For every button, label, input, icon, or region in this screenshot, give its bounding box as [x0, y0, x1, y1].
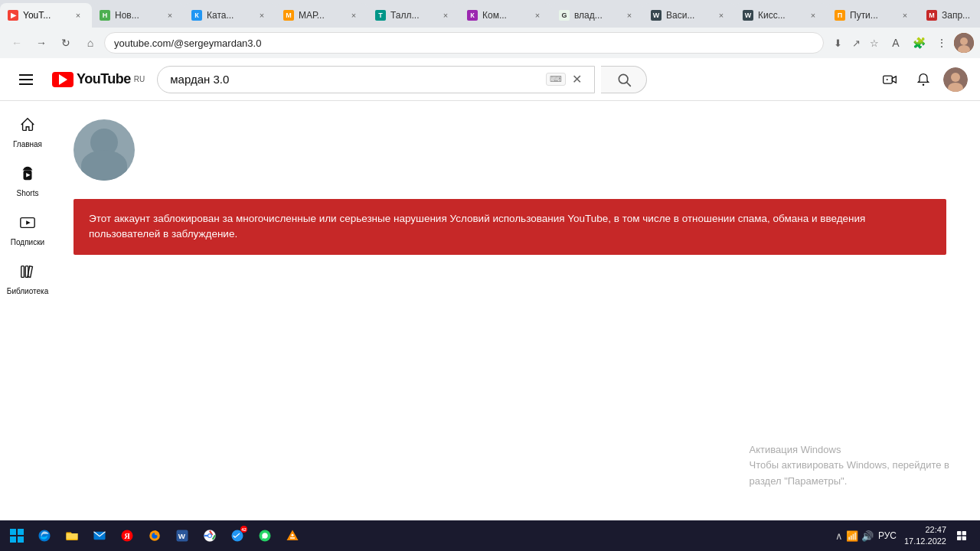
search-button[interactable] [601, 66, 647, 93]
tray-arrow[interactable]: ∧ [835, 530, 843, 542]
taskbar-whatsapp[interactable] [251, 522, 279, 549]
telegram-icon: 42 [230, 528, 245, 543]
tab-map[interactable]: M МАР... × [276, 3, 368, 28]
shorts-icon [19, 165, 36, 186]
chrome-icon [202, 528, 217, 543]
tab-close-put[interactable]: × [899, 9, 911, 21]
user-avatar[interactable] [943, 67, 968, 92]
tab-favicon-youtube: ▶ [8, 10, 18, 21]
sidebar-item-home[interactable]: Главная [3, 107, 52, 155]
tab-title-zapr: Запр... [942, 10, 980, 21]
tab-kom[interactable]: К Ком... × [459, 3, 551, 28]
tab-title-kom: Ком... [482, 10, 527, 21]
taskbar-clock[interactable]: 22:47 17.12.2022 [901, 524, 949, 548]
tab-close-map[interactable]: × [348, 9, 360, 21]
address-bar[interactable]: youtube.com/@sergeymardan3.0 [104, 32, 824, 54]
sidebar-item-shorts[interactable]: Shorts [3, 156, 52, 204]
tab-nov[interactable]: Н Нов... × [92, 3, 184, 28]
taskbar-explorer[interactable] [58, 522, 86, 549]
svg-rect-25 [18, 536, 24, 543]
tray-network[interactable]: 📶 [846, 530, 858, 542]
tab-zapr[interactable]: M Запр... × [919, 3, 980, 28]
tab-close-youtube[interactable]: × [72, 9, 84, 21]
search-box[interactable]: мардан 3.0 ⌨ ✕ [157, 66, 595, 93]
youtube-sidebar: Главная Shorts [0, 101, 55, 520]
tab-title-youtube: YouT... [23, 10, 67, 21]
youtube-logo[interactable]: YouTubeRU [52, 71, 145, 87]
svg-point-14 [951, 73, 960, 82]
create-video-button[interactable] [876, 66, 903, 93]
word-icon: W [175, 528, 190, 543]
taskbar-firefox[interactable] [141, 522, 168, 549]
translate-icon[interactable]: A [885, 32, 906, 54]
tab-vlad[interactable]: G влад... × [551, 3, 643, 28]
tab-put[interactable]: П Пути... × [827, 3, 919, 28]
taskbar-vlc[interactable] [279, 522, 306, 549]
tab-close-kiss[interactable]: × [807, 9, 819, 21]
browser-profile-avatar[interactable] [954, 33, 974, 53]
notification-center-icon[interactable] [952, 527, 971, 545]
taskbar-yandex[interactable]: Я [113, 522, 141, 549]
search-clear-icon[interactable]: ✕ [572, 72, 582, 86]
tab-favicon-vasi: W [651, 10, 662, 21]
home-button[interactable]: ⌂ [80, 32, 101, 54]
taskbar-edge[interactable] [31, 522, 58, 549]
address-bar-row: ← → ↻ ⌂ youtube.com/@sergeymardan3.0 ⬇ ↗… [0, 28, 980, 58]
taskbar-chrome[interactable] [196, 522, 224, 549]
share-icon[interactable]: ↗ [848, 35, 864, 51]
search-container: мардан 3.0 ⌨ ✕ [157, 66, 647, 93]
windows-taskbar: Я W [0, 520, 980, 551]
tab-close-vasi[interactable]: × [715, 9, 727, 21]
taskbar-start-button[interactable] [3, 522, 31, 549]
sidebar-item-subscriptions[interactable]: Подписки [3, 205, 52, 253]
menu-button[interactable] [12, 66, 40, 93]
tab-close-kata[interactable]: × [256, 9, 268, 21]
forward-button[interactable]: → [31, 32, 52, 54]
tab-close-kom[interactable]: × [531, 9, 544, 21]
tab-vasi[interactable]: W Васи... × [643, 3, 735, 28]
taskbar-mail[interactable] [86, 522, 113, 549]
tab-favicon-kom: К [467, 10, 478, 21]
tab-favicon-kiss: W [743, 10, 753, 21]
tab-kiss[interactable]: W Кисс... × [735, 3, 827, 28]
toolbar-icons: A 🧩 ⋮ [885, 32, 974, 54]
reload-button[interactable]: ↻ [55, 32, 77, 54]
tab-close-tall[interactable]: × [439, 9, 452, 21]
bookmark-icon[interactable]: ☆ [867, 35, 882, 51]
taskbar-tray: ∧ 📶 🔊 [835, 530, 874, 542]
download-icon[interactable]: ⬇ [830, 35, 845, 51]
keyboard-icon[interactable]: ⌨ [546, 73, 566, 86]
yandex-icon: Я [119, 528, 135, 543]
taskbar-telegram[interactable]: 42 [224, 522, 251, 549]
tab-title-put: Пути... [850, 10, 894, 21]
notifications-button[interactable] [910, 66, 937, 93]
settings-icon[interactable]: ⋮ [931, 32, 952, 54]
svg-point-12 [923, 83, 925, 86]
avatar-body [81, 150, 127, 181]
svg-point-35 [208, 534, 211, 537]
svg-text:Я: Я [124, 532, 130, 540]
tab-kata[interactable]: К Ката... × [184, 3, 276, 28]
youtube-locale: RU [134, 75, 145, 83]
taskbar-word[interactable]: W [168, 522, 196, 549]
youtube-content: Этот аккаунт заблокирован за многочислен… [55, 101, 980, 520]
channel-profile [74, 119, 962, 181]
tab-title-vlad: влад... [574, 10, 619, 21]
taskbar-language[interactable]: РУС [877, 530, 898, 541]
svg-point-1 [960, 37, 968, 45]
tab-close-nov[interactable]: × [164, 9, 176, 21]
ban-message-text: Этот аккаунт заблокирован за многочислен… [89, 213, 865, 240]
svg-rect-4 [19, 79, 33, 80]
svg-rect-23 [18, 529, 24, 535]
sidebar-item-library[interactable]: Библиотека [3, 254, 52, 302]
extensions-icon[interactable]: 🧩 [908, 32, 929, 54]
tab-title-nov: Нов... [115, 10, 159, 21]
tab-tall[interactable]: Т Талл... × [368, 3, 459, 28]
back-button[interactable]: ← [6, 32, 28, 54]
tab-title-vasi: Васи... [666, 10, 710, 21]
tray-volume[interactable]: 🔊 [861, 530, 874, 542]
mail-icon [92, 528, 107, 543]
tab-active-youtube[interactable]: ▶ YouT... × [0, 3, 92, 28]
windows-logo-icon [9, 528, 24, 543]
tab-close-vlad[interactable]: × [623, 9, 635, 21]
